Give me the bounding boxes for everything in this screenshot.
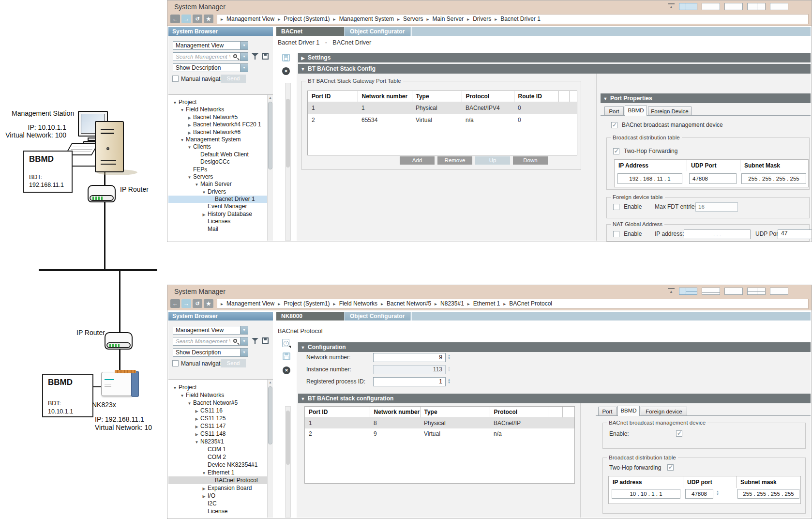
- tree-item[interactable]: ▶CS11 147: [168, 422, 267, 430]
- tab-object-configurator[interactable]: Object Configurator: [345, 312, 410, 321]
- history-button[interactable]: [193, 299, 202, 308]
- chevron-down-icon[interactable]: [240, 53, 248, 61]
- tree-item[interactable]: Event Manager: [168, 203, 267, 210]
- breadcrumb-item[interactable]: Field Networks: [339, 300, 377, 307]
- forward-button[interactable]: [181, 15, 191, 23]
- tree-item[interactable]: ▼Field Networks: [168, 106, 267, 113]
- settings-section-header[interactable]: Settings: [298, 53, 811, 62]
- tree-item[interactable]: ▼Drivers: [168, 188, 267, 196]
- tree-item[interactable]: FEPs: [168, 166, 267, 173]
- view-selector[interactable]: Management View: [173, 326, 248, 335]
- tab-bacnet[interactable]: BACnet: [276, 27, 344, 36]
- tree-item[interactable]: ▼Main Server: [168, 181, 267, 188]
- tree-item[interactable]: BACnet Protocol: [168, 476, 267, 484]
- layout-left-panel-icon[interactable]: [724, 288, 743, 295]
- tree-expand-icon[interactable]: ▼: [186, 144, 193, 151]
- chevron-down-icon[interactable]: [240, 349, 248, 356]
- udp-port-input[interactable]: 47808: [685, 489, 713, 499]
- send-button[interactable]: Send: [221, 359, 246, 367]
- collapse-panels-icon[interactable]: ▲: [668, 288, 675, 295]
- column-header[interactable]: Type: [420, 407, 490, 418]
- tree-item[interactable]: COM 1: [168, 445, 267, 453]
- two-hop-checkbox[interactable]: [613, 148, 619, 154]
- layout-single-icon[interactable]: [770, 3, 788, 10]
- tree-item[interactable]: ▶History Database: [168, 211, 267, 218]
- chevron-down-icon[interactable]: [240, 42, 248, 49]
- tree-expand-icon[interactable]: ▼: [186, 400, 193, 408]
- ip-address-input[interactable]: 10 . 10 . 1 . 1: [612, 489, 680, 499]
- tree-item[interactable]: ▼Project: [168, 99, 267, 106]
- tree-item[interactable]: ▶CS11 16: [168, 407, 267, 414]
- breadcrumb-item[interactable]: N8235#1: [440, 300, 464, 307]
- content-scrollbar[interactable]: [285, 83, 291, 241]
- bbmd-enable-checkbox[interactable]: [676, 430, 682, 437]
- tree-expand-icon[interactable]: ▶: [186, 129, 193, 137]
- save-icon[interactable]: [282, 54, 290, 61]
- column-header[interactable]: Port ID: [305, 407, 370, 418]
- discard-icon[interactable]: [282, 67, 290, 75]
- tree-item[interactable]: ▶Bacnet Network#4 FC20 1: [168, 121, 267, 128]
- breadcrumb-item[interactable]: BACnet Protocol: [509, 300, 552, 307]
- tree-item[interactable]: ▶I/O: [168, 492, 267, 500]
- tree-item[interactable]: Bacnet Driver 1: [168, 196, 267, 203]
- breadcrumb-item[interactable]: Bacnet Driver 1: [500, 15, 541, 22]
- tree-expand-icon[interactable]: ▶: [186, 114, 193, 122]
- pane-splitter[interactable]: [579, 403, 579, 518]
- tree-item[interactable]: ▶CS11 148: [168, 430, 267, 438]
- table-row[interactable]: 265534Virtualn/a0: [308, 114, 577, 126]
- tree-expand-icon[interactable]: ▼: [193, 439, 200, 446]
- spinner-down-icon[interactable]: ▼: [447, 381, 451, 384]
- breadcrumb-item[interactable]: Drivers: [473, 15, 491, 22]
- tree-expand-icon[interactable]: ▼: [186, 174, 193, 181]
- tree-expand-icon[interactable]: ▼: [179, 392, 186, 400]
- layout-bottom-panel-icon[interactable]: [702, 3, 720, 10]
- tree-item[interactable]: DesigoCCc: [168, 158, 267, 166]
- tree-scrollbar[interactable]: [267, 380, 273, 518]
- add-button[interactable]: Add: [400, 156, 435, 165]
- column-header[interactable]: Protocol: [462, 91, 514, 102]
- layout-left-panel-icon[interactable]: [724, 3, 743, 10]
- layout-grid-icon[interactable]: [679, 288, 697, 295]
- scrollbar-thumb[interactable]: [268, 102, 272, 169]
- pane-splitter[interactable]: [580, 403, 581, 518]
- breadcrumb-item[interactable]: Management System: [339, 15, 394, 22]
- breadcrumb-item[interactable]: Ethernet 1: [473, 300, 500, 307]
- tab-object-configurator[interactable]: Object Configurator: [345, 27, 410, 36]
- stack-config-section-header[interactable]: BT BACnet Stack Config: [298, 64, 811, 74]
- layout-quad-icon[interactable]: [747, 3, 766, 10]
- tree-expand-icon[interactable]: ▼: [200, 470, 208, 477]
- breadcrumb-item[interactable]: Servers: [403, 15, 423, 22]
- tree-expand-icon[interactable]: ▼: [193, 181, 200, 188]
- breadcrumb-item[interactable]: Management View: [226, 15, 274, 22]
- udp-port-input[interactable]: 47808: [689, 173, 737, 184]
- description-selector[interactable]: Show Description: [173, 63, 248, 72]
- config-input[interactable]: 9: [373, 353, 446, 362]
- chevron-down-icon[interactable]: [240, 326, 248, 334]
- tab-foreign-device[interactable]: Foreign Device: [648, 107, 692, 116]
- table-row[interactable]: 18PhysicalBACnet/IP: [305, 418, 574, 429]
- scrollbar-thumb[interactable]: [286, 411, 290, 465]
- send-button[interactable]: Send: [221, 75, 246, 83]
- tree-item[interactable]: ▼Bacnet Networ#5: [168, 399, 267, 407]
- config-input[interactable]: 1: [373, 377, 446, 386]
- bbmd-enable-checkbox[interactable]: [611, 122, 617, 128]
- description-selector[interactable]: Show Description: [173, 348, 248, 357]
- tree-item[interactable]: Default Web Client: [168, 151, 267, 158]
- favorites-button[interactable]: [204, 299, 213, 308]
- tree-item[interactable]: ▼Field Networks: [168, 391, 267, 399]
- manual-navigation-checkbox[interactable]: [172, 76, 179, 82]
- tree-item[interactable]: ▶Expansion Board: [168, 484, 267, 492]
- tree-item[interactable]: Device NK82354#1: [168, 461, 267, 469]
- pane-splitter[interactable]: [596, 74, 597, 241]
- tree-item[interactable]: Mail: [168, 226, 267, 233]
- table-row[interactable]: 11PhysicalBACnet/IPV40: [308, 102, 577, 114]
- tree-item[interactable]: ▼Project: [168, 383, 267, 391]
- ip-address-input[interactable]: 192 . 168 . 11 . 1: [617, 173, 682, 184]
- breadcrumb-item[interactable]: Main Server: [432, 15, 464, 22]
- tree-item[interactable]: COM 2: [168, 453, 267, 461]
- tree-item[interactable]: ▶Bacnet Network#6: [168, 129, 267, 136]
- breadcrumb-item[interactable]: Bacnet Networ#5: [387, 300, 431, 307]
- tree-item[interactable]: Licenses: [168, 218, 267, 225]
- remove-button[interactable]: Remove: [437, 156, 472, 165]
- tab-bbmd[interactable]: BBMD: [617, 406, 640, 416]
